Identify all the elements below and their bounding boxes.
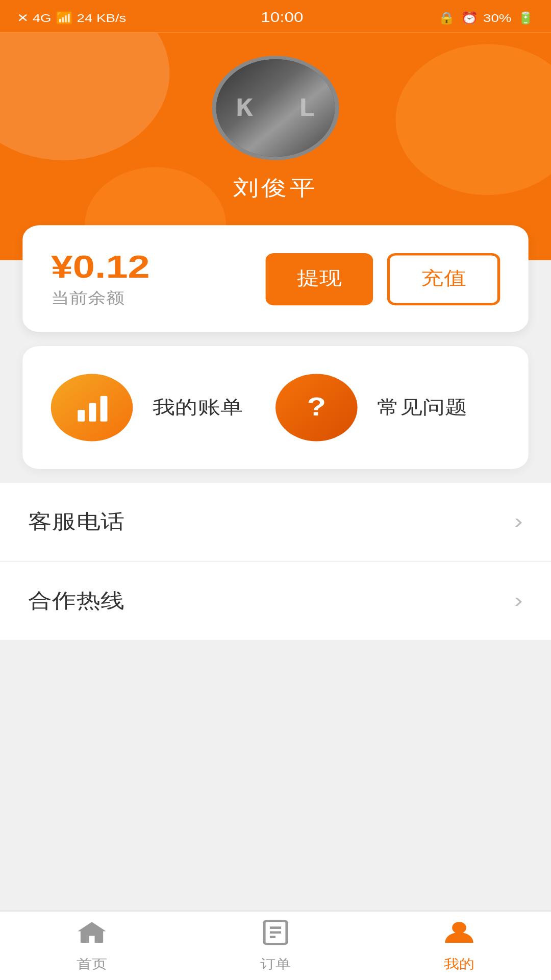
balance-value: 0.12 [73, 249, 150, 285]
status-left: ✕ 4G 📶 24 KB/s [17, 11, 126, 24]
signal-bars: 📶 [56, 11, 72, 24]
balance-info: ¥0.12 当前余额 [51, 249, 150, 309]
user-name: 刘俊平 [233, 174, 318, 202]
home-icon [75, 919, 109, 952]
nav-order[interactable]: 订单 [184, 912, 367, 980]
signal-icon: ✕ [17, 11, 28, 24]
balance-buttons: 提现 充值 [266, 253, 500, 305]
chevron-right-icon-2: › [514, 589, 523, 613]
customer-service-label: 客服电话 [28, 508, 124, 535]
nav-profile-label: 我的 [444, 955, 475, 972]
svg-point-4 [452, 921, 466, 933]
currency-symbol: ¥ [51, 249, 73, 285]
alarm-icon: ⏰ [461, 11, 478, 24]
recharge-button[interactable]: 充值 [387, 253, 500, 305]
nav-home-label: 首页 [77, 955, 108, 972]
quick-menu-bill[interactable]: 我的账单 [51, 374, 276, 442]
profile-nav-icon [444, 919, 475, 952]
balance-label: 当前余额 [51, 288, 150, 309]
speed-indicator: 24 KB/s [77, 11, 126, 24]
network-type: 4G [33, 11, 52, 24]
quick-menu-card: 我的账单 ? 常见问题 [22, 346, 528, 469]
bottom-nav: 首页 订单 我的 [0, 911, 551, 980]
quick-menu-faq[interactable]: ? 常见问题 [276, 374, 500, 442]
withdraw-button[interactable]: 提现 [266, 253, 373, 305]
customer-service-item[interactable]: 客服电话 › [0, 483, 551, 562]
bar-2 [88, 403, 95, 421]
status-right: 🔒 ⏰ 30% 🔋 [438, 11, 534, 24]
balance-card: ¥0.12 当前余额 提现 充值 [22, 225, 528, 332]
chevron-right-icon: › [514, 510, 523, 534]
bar-chart-icon [77, 394, 107, 422]
partner-hotline-item[interactable]: 合作热线 › [0, 562, 551, 640]
nav-home[interactable]: 首页 [0, 912, 184, 980]
avatar-image [216, 59, 335, 157]
nav-order-label: 订单 [260, 955, 291, 972]
battery-percent: 30% [483, 11, 511, 24]
bill-label: 我的账单 [153, 396, 243, 420]
faq-label: 常见问题 [377, 396, 467, 420]
question-icon: ? [307, 393, 326, 423]
order-icon [261, 919, 289, 952]
status-time: 10:00 [261, 9, 303, 26]
faq-icon-circle: ? [276, 374, 358, 442]
lock-icon: 🔒 [438, 11, 455, 24]
battery-icon: 🔋 [517, 11, 534, 24]
avatar[interactable] [212, 56, 339, 160]
status-bar: ✕ 4G 📶 24 KB/s 10:00 🔒 ⏰ 30% 🔋 [0, 0, 551, 33]
bill-icon-circle [51, 374, 133, 442]
partner-hotline-label: 合作热线 [28, 587, 124, 614]
nav-profile[interactable]: 我的 [367, 912, 551, 980]
list-section: 客服电话 › 合作热线 › [0, 483, 551, 640]
bar-3 [99, 396, 107, 422]
balance-amount: ¥0.12 [51, 249, 150, 286]
bar-1 [77, 410, 84, 422]
